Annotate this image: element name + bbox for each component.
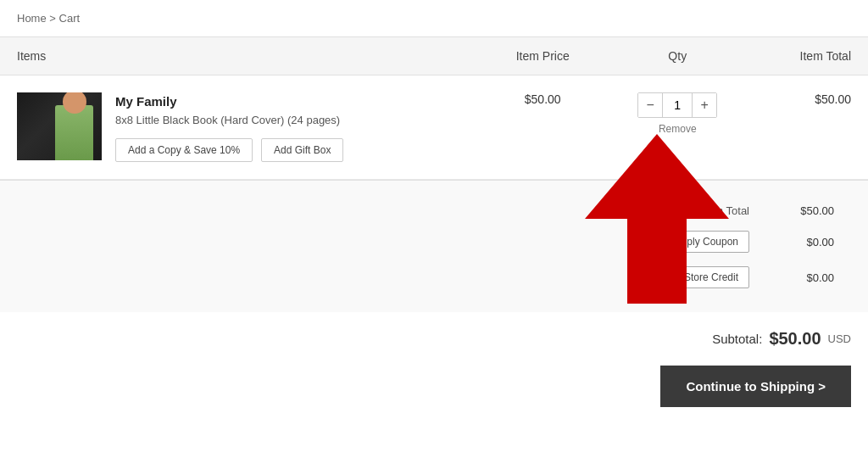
item-total-cell: $50.00 <box>754 75 868 180</box>
coupon-value: $0.00 <box>766 224 851 260</box>
item-price: $50.00 <box>525 92 561 106</box>
coupon-action-cell: Apply Coupon <box>17 224 766 260</box>
item-total-label: Item Total <box>17 198 766 224</box>
breadcrumb: Home > Cart <box>0 0 868 36</box>
summary-item-total-row: Item Total $50.00 <box>17 198 851 224</box>
store-credit-value: $0.00 <box>766 260 851 295</box>
summary-section: Item Total $50.00 Apply Coupon $0.00 App… <box>0 180 868 312</box>
apply-store-credit-button[interactable]: Apply Store Credit <box>645 266 749 288</box>
subtotal-amount: $50.00 <box>769 329 821 349</box>
add-copy-button[interactable]: Add a Copy & Save 10% <box>115 138 253 162</box>
breadcrumb-home[interactable]: Home <box>17 12 47 25</box>
summary-table: Item Total $50.00 Apply Coupon $0.00 App… <box>17 198 851 295</box>
remove-link[interactable]: Remove <box>618 123 737 135</box>
cta-row: Continue to Shipping > <box>0 366 868 424</box>
item-description: 8x8 Little Black Book (Hard Cover) (24 p… <box>115 114 343 126</box>
col-header-total: Item Total <box>754 37 868 75</box>
item-thumbnail <box>17 92 102 160</box>
quantity-stepper[interactable] <box>662 93 693 117</box>
summary-store-credit-row: Apply Store Credit $0.00 <box>17 260 851 295</box>
item-qty-cell: − + Remove <box>601 75 754 180</box>
subtotal-bar: Subtotal: $50.00 USD <box>0 312 868 366</box>
qty-increase-button[interactable]: + <box>693 93 716 117</box>
apply-coupon-button[interactable]: Apply Coupon <box>664 231 749 253</box>
item-price-cell: $50.00 <box>484 75 601 180</box>
col-header-price: Item Price <box>484 37 601 75</box>
breadcrumb-separator: > <box>49 12 56 25</box>
quantity-control: − + <box>637 92 717 118</box>
continue-to-shipping-button[interactable]: Continue to Shipping > <box>660 366 851 407</box>
item-name: My Family <box>115 94 343 109</box>
item-actions: Add a Copy & Save 10% Add Gift Box <box>115 138 343 162</box>
breadcrumb-current: Cart <box>59 12 81 25</box>
qty-decrease-button[interactable]: − <box>638 93 662 117</box>
item-info: My Family 8x8 Little Black Book (Hard Co… <box>115 92 343 162</box>
cart-table: Items Item Price Qty Item Total <box>0 36 868 180</box>
subtotal-label: Subtotal: <box>712 332 762 346</box>
add-gift-button[interactable]: Add Gift Box <box>261 138 343 162</box>
item-total-value: $50.00 <box>766 198 851 224</box>
item-total: $50.00 <box>815 92 851 106</box>
col-header-qty: Qty <box>601 37 754 75</box>
summary-coupon-row: Apply Coupon $0.00 <box>17 224 851 260</box>
subtotal-currency: USD <box>828 332 851 345</box>
item-cell: My Family 8x8 Little Black Book (Hard Co… <box>0 75 484 180</box>
store-credit-action-cell: Apply Store Credit <box>17 260 766 295</box>
table-row: My Family 8x8 Little Black Book (Hard Co… <box>0 75 868 180</box>
col-header-items: Items <box>0 37 484 75</box>
